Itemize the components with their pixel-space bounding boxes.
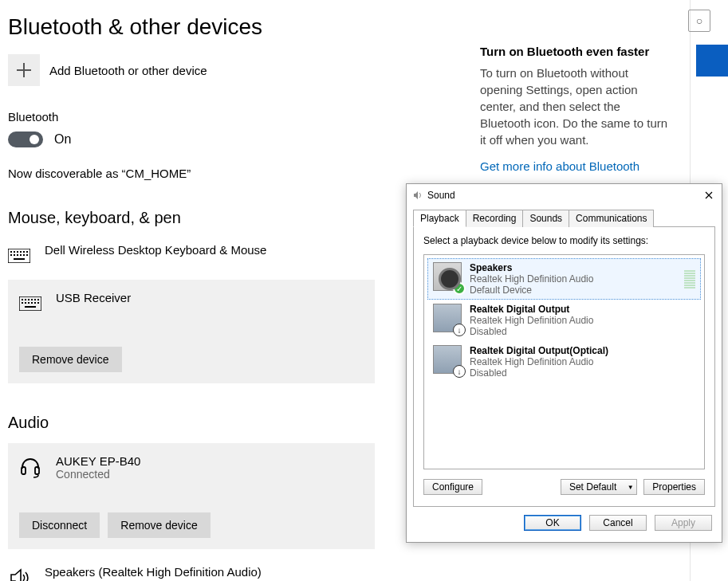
device-driver: Realtek High Definition Audio [470,356,608,367]
set-default-button[interactable]: Set Default [561,479,624,495]
disconnect-button[interactable]: Disconnect [19,512,100,538]
svg-rect-6 [26,251,28,253]
bluetooth-info-link[interactable]: Get more info about Bluetooth [480,159,671,173]
chevron-down-icon[interactable]: ▼ [624,479,637,495]
remove-device-button[interactable]: Remove device [19,347,122,372]
playback-device-speakers[interactable]: ✓ Speakers Realtek High Definition Audio… [427,258,701,300]
level-meter [684,262,695,296]
tip-body: To turn on Bluetooth without opening Set… [480,65,671,148]
svg-rect-21 [22,302,23,304]
bluetooth-toggle[interactable] [8,132,43,147]
device-state: Disabled [470,326,593,337]
device-name: Dell Wireless Desktop Keyboard & Mouse [45,243,266,257]
device-name: USB Receiver [56,291,131,304]
sound-icon [413,190,423,200]
device-row-aukey[interactable]: AUKEY EP-B40 Connected Disconnect Remove… [8,443,375,549]
svg-rect-19 [34,299,36,300]
tab-recording[interactable]: Recording [466,210,524,227]
device-state: Default Device [470,285,593,296]
section-heading-audio: Audio [8,414,375,432]
device-name: Realtek Digital Output(Optical) [470,345,608,356]
svg-rect-15 [22,299,23,300]
configure-button[interactable]: Configure [423,479,482,495]
svg-rect-9 [17,254,18,256]
speaker-icon [8,567,30,581]
svg-rect-18 [31,299,33,300]
dialog-titlebar[interactable]: Sound [407,184,722,205]
tab-panel-playback: Select a playback device below to modify… [413,226,715,507]
speaker-device-icon: ✓ [433,262,462,291]
bluetooth-label: Bluetooth [8,110,375,124]
add-device-label: Add Bluetooth or other device [49,64,207,77]
ok-button[interactable]: OK [524,515,581,531]
headset-icon [19,456,41,478]
svg-rect-12 [26,254,28,256]
apply-button[interactable]: Apply [655,515,712,531]
svg-rect-25 [34,302,36,304]
instruction-text: Select a playback device below to modify… [423,235,705,246]
down-arrow-badge-icon: ↓ [453,365,466,378]
device-status: Connected [56,468,140,481]
svg-rect-1 [10,251,12,253]
svg-rect-23 [28,302,30,304]
sound-dialog: Sound Playback Recording Sounds Communic… [406,183,722,543]
accent-button-fragment[interactable] [696,45,728,77]
toggle-state-label: On [54,132,71,147]
device-name: Speakers (Realtek High Definition Audio) [45,565,262,579]
page-title: Bluetooth & other devices [8,14,678,40]
svg-rect-24 [31,302,33,304]
svg-rect-13 [14,258,25,260]
device-row-usb-receiver[interactable]: USB Receiver Remove device [8,280,375,383]
playback-device-digital-optical[interactable]: ↓ Realtek Digital Output(Optical) Realte… [427,341,701,383]
tab-communications[interactable]: Communications [569,210,654,227]
search-input-fragment[interactable]: ○ [688,10,710,32]
svg-rect-7 [10,254,12,256]
svg-rect-10 [20,254,22,256]
section-heading-mouse-kb: Mouse, keyboard, & pen [8,209,375,227]
svg-rect-17 [28,299,30,300]
dialog-footer: OK Cancel Apply [407,507,722,542]
device-name: Realtek Digital Output [470,304,593,315]
svg-rect-4 [20,251,22,253]
remove-device-button[interactable]: Remove device [108,512,211,538]
tab-strip: Playback Recording Sounds Communications [407,205,722,227]
svg-rect-16 [25,299,26,300]
svg-rect-5 [23,251,25,253]
tab-sounds[interactable]: Sounds [522,210,569,227]
keyboard-icon [19,292,41,315]
svg-rect-11 [23,254,25,256]
device-name: Speakers [470,262,593,273]
svg-rect-26 [37,302,39,304]
device-driver: Realtek High Definition Audio [470,273,593,285]
close-button[interactable] [701,187,717,203]
playback-device-list[interactable]: ✓ Speakers Realtek High Definition Audio… [423,254,705,469]
tab-playback[interactable]: Playback [413,210,466,227]
set-default-dropdown[interactable]: Set Default ▼ [561,479,637,495]
svg-rect-27 [25,306,36,308]
check-badge-icon: ✓ [453,282,466,295]
device-name: AUKEY EP-B40 [56,454,140,468]
svg-rect-20 [37,299,39,300]
add-device-row[interactable]: Add Bluetooth or other device [8,54,375,86]
spdif-device-icon: ↓ [433,304,462,332]
playback-device-digital[interactable]: ↓ Realtek Digital Output Realtek High De… [427,300,701,341]
plus-icon [8,54,40,86]
down-arrow-badge-icon: ↓ [453,324,466,336]
tip-heading: Turn on Bluetooth even faster [480,45,671,58]
svg-rect-22 [25,302,26,304]
cancel-button[interactable]: Cancel [589,515,647,531]
dialog-title: Sound [427,190,701,201]
discoverable-text: Now discoverable as “CM_HOME” [8,167,375,180]
svg-rect-29 [35,467,39,474]
svg-rect-2 [14,251,15,253]
svg-rect-8 [14,254,15,256]
device-state: Disabled [470,367,608,379]
keyboard-icon [8,245,30,267]
device-driver: Realtek High Definition Audio [470,315,593,326]
svg-rect-28 [22,467,26,474]
svg-rect-3 [17,251,18,253]
device-row-speakers[interactable]: Speakers (Realtek High Definition Audio) [8,560,375,581]
properties-button[interactable]: Properties [643,479,705,495]
spdif-device-icon: ↓ [433,345,462,374]
device-row-kb[interactable]: Dell Wireless Desktop Keyboard & Mouse [8,238,375,272]
